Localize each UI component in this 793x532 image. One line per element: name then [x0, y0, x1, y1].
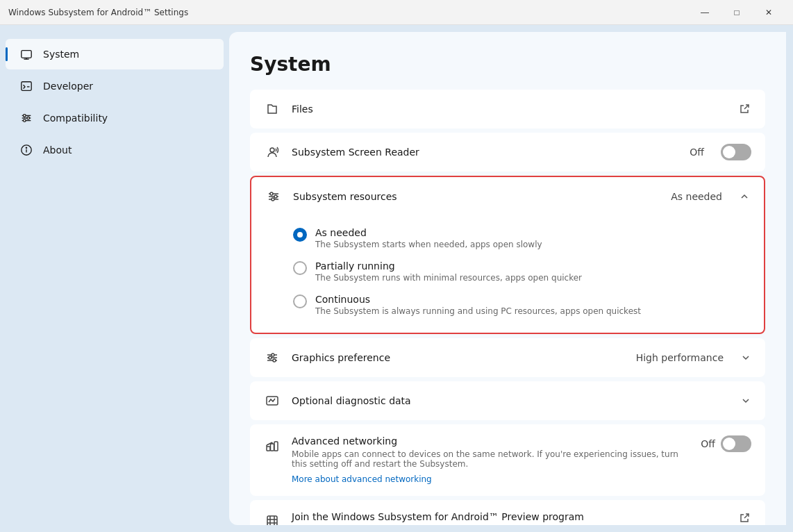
- svg-point-22: [274, 195, 277, 198]
- radio-continuous-label: Continuous: [315, 294, 641, 305]
- radio-partially-running-label: Partially running: [315, 260, 582, 272]
- diagnostic-data-row[interactable]: Optional diagnostic data: [250, 381, 765, 420]
- svg-point-27: [272, 354, 274, 356]
- svg-line-16: [744, 105, 749, 109]
- diagnostic-data-label: Optional diagnostic data: [292, 395, 729, 406]
- screen-reader-toggle[interactable]: [721, 144, 751, 160]
- sidebar-item-about[interactable]: About: [6, 135, 224, 165]
- svg-point-28: [269, 356, 272, 359]
- advanced-networking-toggle-value: Off: [701, 438, 715, 449]
- radio-continuous-desc: The Subsystem is always running and usin…: [315, 306, 641, 316]
- about-icon: [19, 143, 33, 157]
- svg-point-21: [270, 192, 273, 195]
- advanced-networking-icon: [264, 437, 281, 454]
- advanced-networking-label: Advanced networking: [292, 435, 678, 447]
- svg-point-17: [270, 148, 274, 152]
- sidebar: System Developer: [0, 25, 229, 532]
- svg-point-15: [26, 147, 26, 148]
- radio-as-needed-desc: The Subsystem starts when needed, apps o…: [315, 240, 542, 249]
- sidebar-item-compatibility-label: Compatibility: [43, 113, 108, 124]
- advanced-networking-link[interactable]: More about advanced networking: [292, 474, 432, 484]
- subsystem-resources-label: Subsystem resources: [293, 191, 660, 202]
- radio-partially-running[interactable]: Partially running The Subsystem runs wit…: [293, 255, 750, 288]
- radio-continuous-text: Continuous The Subsystem is always runni…: [315, 294, 641, 316]
- diagnostic-data-item: Optional diagnostic data: [250, 381, 765, 420]
- files-row[interactable]: Files: [250, 90, 765, 128]
- svg-rect-0: [22, 51, 31, 58]
- radio-as-needed-label: As needed: [315, 227, 542, 238]
- svg-rect-31: [267, 447, 270, 451]
- radio-partially-running-text: Partially running The Subsystem runs wit…: [315, 260, 582, 283]
- advanced-networking-toggle[interactable]: [721, 435, 751, 452]
- radio-as-needed-text: As needed The Subsystem starts when need…: [315, 227, 542, 249]
- svg-rect-32: [271, 444, 274, 451]
- radio-partially-running-desc: The Subsystem runs with minimal resource…: [315, 273, 582, 283]
- sidebar-item-compatibility[interactable]: Compatibility: [6, 103, 224, 133]
- join-preview-label: Join the Windows Subsystem for Android™ …: [292, 511, 726, 522]
- join-preview-row[interactable]: Join the Windows Subsystem for Android™ …: [250, 500, 765, 525]
- screen-reader-label: Subsystem Screen Reader: [292, 147, 678, 158]
- files-external-link-icon: [737, 102, 751, 116]
- radio-continuous-circle: [293, 294, 307, 308]
- graphics-preference-item: Graphics preference High performance: [250, 338, 765, 377]
- subsystem-resources-icon: [265, 188, 282, 205]
- diagnostic-data-chevron: [740, 395, 751, 406]
- screen-reader-value: Off: [690, 147, 704, 158]
- sidebar-item-developer-label: Developer: [43, 81, 93, 92]
- app-title: Windows Subsystem for Android™ Settings: [8, 8, 689, 17]
- advanced-networking-item: Advanced networking Mobile apps can conn…: [250, 424, 765, 496]
- diagnostic-data-icon: [264, 392, 281, 409]
- screen-reader-icon: [264, 144, 281, 160]
- screen-reader-row: Subsystem Screen Reader Off: [250, 133, 765, 172]
- join-preview-external-link-icon: [737, 511, 751, 525]
- main-content: System Files: [229, 32, 786, 525]
- developer-icon: [19, 79, 33, 93]
- subsystem-resources-row[interactable]: Subsystem resources As needed: [251, 177, 764, 216]
- system-icon: [19, 47, 33, 61]
- graphics-preference-value: High performance: [636, 352, 724, 363]
- graphics-preference-chevron: [740, 352, 751, 363]
- minimize-button[interactable]: —: [689, 0, 721, 25]
- maximize-button[interactable]: □: [721, 0, 753, 25]
- join-preview-icon: [264, 513, 281, 525]
- advanced-networking-row: Advanced networking Mobile apps can conn…: [250, 424, 765, 496]
- svg-point-12: [24, 119, 26, 122]
- page-title: System: [250, 53, 765, 76]
- sidebar-item-system-label: System: [43, 49, 79, 60]
- graphics-preference-label: Graphics preference: [292, 352, 625, 363]
- svg-point-11: [27, 117, 30, 119]
- svg-point-23: [272, 198, 274, 201]
- app-body: System Developer: [0, 25, 793, 532]
- subsystem-resources-options: As needed The Subsystem starts when need…: [251, 216, 764, 333]
- join-preview-sublabel: Sign up to get and use early releases of…: [292, 524, 726, 525]
- settings-list: Files: [250, 90, 765, 525]
- join-preview-item: Join the Windows Subsystem for Android™ …: [250, 500, 765, 525]
- screen-reader-item: Subsystem Screen Reader Off: [250, 133, 765, 172]
- subsystem-resources-item: Subsystem resources As needed As needed …: [250, 176, 765, 334]
- svg-point-29: [273, 359, 276, 362]
- radio-as-needed-circle: [293, 228, 307, 242]
- subsystem-resources-value: As needed: [671, 191, 722, 202]
- svg-point-10: [24, 115, 26, 117]
- graphics-preference-icon: [264, 349, 281, 366]
- subsystem-resources-chevron: [739, 191, 750, 202]
- sidebar-item-system[interactable]: System: [6, 39, 224, 69]
- window-controls: — □ ✕: [689, 0, 785, 25]
- sidebar-item-developer[interactable]: Developer: [6, 71, 224, 101]
- compatibility-icon: [19, 111, 33, 125]
- radio-as-needed[interactable]: As needed The Subsystem starts when need…: [293, 222, 750, 255]
- files-item: Files: [250, 90, 765, 128]
- svg-rect-3: [22, 82, 31, 91]
- radio-continuous[interactable]: Continuous The Subsystem is always runni…: [293, 288, 750, 322]
- files-icon: [264, 101, 281, 117]
- radio-partially-running-circle: [293, 261, 307, 275]
- svg-rect-33: [274, 442, 278, 451]
- advanced-networking-sublabel: Mobile apps can connect to devices on th…: [292, 449, 678, 469]
- svg-rect-37: [267, 516, 277, 525]
- svg-line-5: [24, 87, 26, 89]
- sidebar-item-about-label: About: [43, 144, 72, 156]
- files-label: Files: [292, 103, 726, 115]
- title-bar: Windows Subsystem for Android™ Settings …: [0, 0, 793, 25]
- graphics-preference-row[interactable]: Graphics preference High performance: [250, 338, 765, 377]
- close-button[interactable]: ✕: [753, 0, 785, 25]
